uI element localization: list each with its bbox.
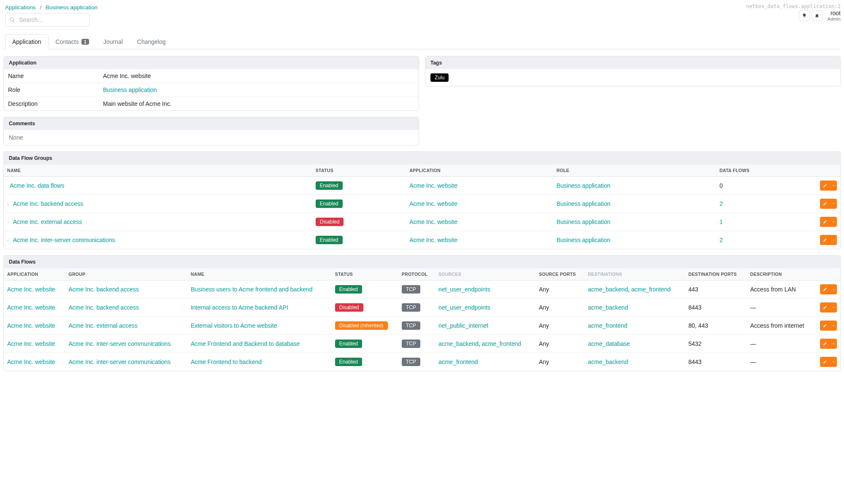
df-col-group[interactable]: Group (65, 268, 187, 280)
edit-button[interactable] (820, 284, 830, 294)
dfg-app-link[interactable]: Acme Inc. website (409, 237, 457, 243)
flows-count-link[interactable]: 2 (720, 200, 723, 207)
link[interactable]: acme_backend (588, 286, 628, 293)
breadcrumb-item[interactable]: Business application (46, 4, 97, 11)
edit-button[interactable] (820, 339, 830, 349)
search-icon (9, 17, 15, 23)
dfg-app-link[interactable]: Acme Inc. website (409, 218, 457, 225)
notifications-button[interactable] (812, 10, 822, 21)
data-flows-card: Data Flows Application Group Name Status… (3, 255, 841, 371)
edit-dropdown-button[interactable] (830, 181, 837, 191)
pencil-icon (823, 305, 827, 310)
edit-dropdown-button[interactable] (830, 321, 837, 331)
tab-contacts[interactable]: Contacts 1 (49, 34, 96, 49)
edit-button[interactable] (820, 302, 830, 313)
search-input[interactable] (5, 13, 89, 27)
protocol-badge: TCP (402, 285, 420, 294)
link[interactable]: acme_database (588, 340, 630, 347)
df-name-link[interactable]: Acme Frontend and Backend to database (191, 340, 300, 347)
edit-dropdown-button[interactable] (830, 339, 837, 349)
tab-application[interactable]: Application (5, 34, 49, 49)
df-col-desc[interactable]: Description (747, 268, 815, 280)
flows-count-link[interactable]: 1 (720, 218, 723, 225)
df-col-app[interactable]: Application (4, 268, 65, 280)
link[interactable]: acme_frontend (631, 286, 671, 293)
df-desc: Access from internet (747, 317, 815, 335)
df-app-link[interactable]: Acme Inc. website (7, 304, 55, 311)
tab-journal[interactable]: Journal (96, 34, 130, 49)
dfg-role-link[interactable]: Business application (557, 218, 611, 225)
link[interactable]: net_user_endpoints (438, 304, 490, 311)
df-group-link[interactable]: Acme Inc. external access (68, 322, 137, 329)
link[interactable]: acme_frontend (482, 340, 521, 347)
df-name-link[interactable]: External visitors to Acme website (191, 322, 277, 329)
df-group-link[interactable]: Acme Inc. inter-server communications (68, 358, 170, 365)
edit-dropdown-button[interactable] (830, 302, 837, 313)
df-app-link[interactable]: Acme Inc. website (7, 340, 55, 347)
df-col-name[interactable]: Name (187, 268, 332, 280)
dfg-col-flows[interactable]: Data Flows (716, 164, 815, 177)
edit-dropdown-button[interactable] (830, 199, 837, 209)
app-desc-value: Main website of Acme Inc. (99, 97, 419, 111)
dfg-col-status[interactable]: Status (312, 164, 406, 177)
edit-dropdown-button[interactable] (830, 217, 837, 227)
tabs: Application Contacts 1 Journal Changelog (3, 34, 841, 49)
app-role-link[interactable]: Business application (103, 86, 157, 93)
table-row: · Acme Inc. external accessDisabledAcme … (4, 213, 840, 231)
tag-zulu[interactable]: Zulu (430, 73, 449, 82)
link[interactable]: acme_backend (588, 358, 628, 365)
edit-button[interactable] (820, 321, 830, 331)
link[interactable]: acme_backend (438, 340, 479, 347)
df-col-dst-ports[interactable]: Destination Ports (685, 268, 747, 280)
dfg-app-link[interactable]: Acme Inc. website (409, 200, 457, 207)
app-name-row: Name Acme Inc. website (4, 69, 419, 83)
lightbulb-button[interactable] (799, 10, 810, 21)
df-col-dests[interactable]: Destinations (584, 268, 685, 280)
df-group-link[interactable]: Acme Inc. backend access (68, 286, 139, 293)
dfg-role-link[interactable]: Business application (557, 200, 611, 207)
link[interactable]: acme_frontend (588, 322, 627, 329)
edit-button[interactable] (820, 357, 830, 367)
df-group-link[interactable]: Acme Inc. inter-server communications (68, 340, 170, 347)
df-col-status[interactable]: Status (332, 268, 398, 280)
df-dst-ports: 80, 443 (685, 317, 747, 335)
edit-dropdown-button[interactable] (830, 284, 837, 294)
table-row: · Acme Inc. backend accessEnabledAcme In… (4, 195, 840, 213)
dfg-role-link[interactable]: Business application (557, 237, 611, 243)
df-name-link[interactable]: Business users to Acme frontend and back… (191, 286, 313, 293)
dfg-name-link[interactable]: Acme Inc. backend access (13, 200, 84, 207)
dfg-col-role[interactable]: Role (553, 164, 716, 177)
dfg-name-link[interactable]: Acme Inc. inter-server communications (13, 237, 115, 243)
dfg-col-app[interactable]: Application (406, 164, 553, 177)
tab-changelog[interactable]: Changelog (130, 34, 173, 49)
breadcrumb-root[interactable]: Applications (5, 4, 36, 11)
link[interactable]: acme_backend (588, 304, 628, 311)
dfg-name-link[interactable]: Acme Inc. data flows (10, 182, 64, 189)
edit-dropdown-button[interactable] (830, 235, 837, 245)
df-col-sources[interactable]: Sources (435, 268, 536, 280)
chevron-down-icon (831, 360, 836, 364)
edit-dropdown-button[interactable] (830, 357, 837, 367)
user-label[interactable]: root Admin (828, 10, 841, 22)
flows-count-link[interactable]: 2 (720, 237, 723, 243)
link[interactable]: net_user_endpoints (438, 286, 490, 293)
dfg-role-link[interactable]: Business application (557, 182, 611, 189)
df-col-src-ports[interactable]: Source Ports (536, 268, 584, 280)
dfg-name-link[interactable]: Acme Inc. external access (13, 218, 82, 225)
df-app-link[interactable]: Acme Inc. website (7, 322, 55, 329)
df-name-link[interactable]: Acme Frontend to backend (191, 358, 262, 365)
edit-button[interactable] (820, 181, 830, 191)
df-desc: — (747, 353, 815, 371)
edit-button[interactable] (820, 199, 830, 209)
link[interactable]: net_public_internet (438, 322, 488, 329)
dfg-col-name[interactable]: Name (4, 164, 312, 177)
edit-button[interactable] (820, 235, 830, 245)
df-col-protocol[interactable]: Protocol (398, 268, 435, 280)
df-name-link[interactable]: Internal access to Acme backend API (191, 304, 288, 311)
dfg-app-link[interactable]: Acme Inc. website (409, 182, 457, 189)
df-app-link[interactable]: Acme Inc. website (7, 358, 55, 365)
link[interactable]: acme_frontend (438, 358, 478, 365)
edit-button[interactable] (820, 217, 830, 227)
df-app-link[interactable]: Acme Inc. website (7, 286, 55, 293)
df-group-link[interactable]: Acme Inc. backend access (68, 304, 139, 311)
